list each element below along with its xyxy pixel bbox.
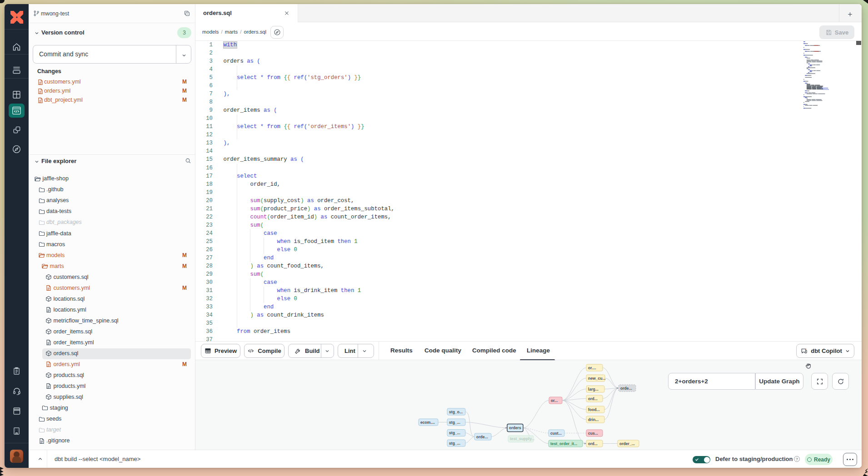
svg-text:or....: or.... [588,366,596,370]
svg-text:food...: food... [588,407,600,412]
svg-text:or...: or... [551,398,558,403]
svg-text:larg...: larg... [588,387,599,392]
svg-text:orde...: orde... [620,386,632,391]
svg-text:cust...: cust... [550,431,562,436]
svg-text:orders: orders [509,426,521,430]
svg-text:orde...: orde... [476,435,488,439]
svg-text:new_cu...: new_cu... [588,376,606,381]
svg-text:stg_...: stg_... [449,420,460,425]
svg-text:cus...: cus... [588,431,598,436]
svg-text:stg_o...: stg_o... [449,410,463,414]
svg-text:ord...: ord... [588,441,598,446]
svg-text:test_supply...: test_supply... [510,436,534,441]
svg-text:ord...: ord... [588,397,598,401]
svg-text:stg_...: stg_... [449,441,460,446]
svg-text:ecom....: ecom.... [420,420,435,425]
svg-text:stg_...: stg_... [449,431,460,435]
svg-text:test_order_it...: test_order_it... [550,441,577,446]
svg-text:order_...: order_... [619,441,635,446]
svg-text:drin...: drin... [588,417,599,422]
